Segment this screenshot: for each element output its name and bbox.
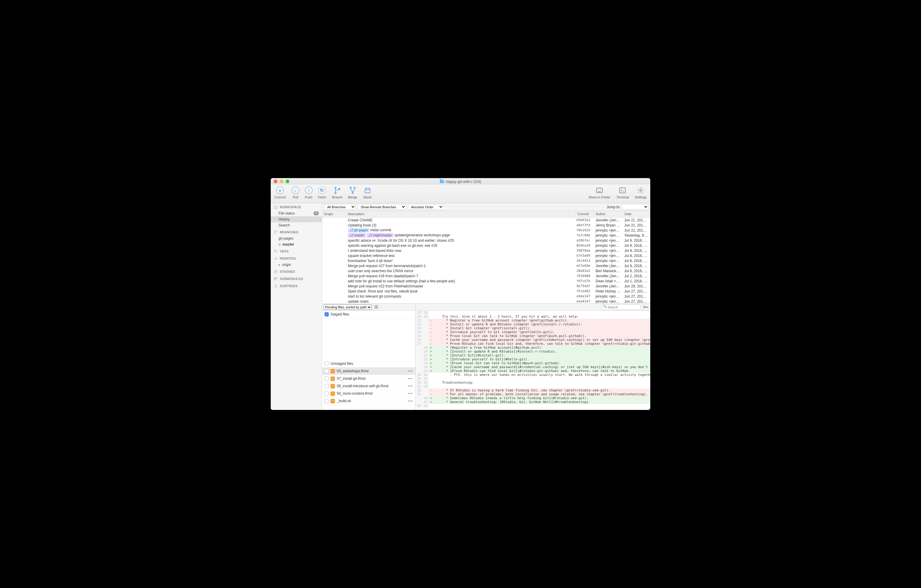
file-actions-button[interactable]: •••: [408, 369, 413, 374]
file-name: 50_more-content.Rmd: [337, 391, 373, 396]
diff-line: 20+ * [Install or update R and RStudio](…: [416, 349, 650, 354]
commit-row[interactable]: Merge pull request #22 from PeteHaitch/m…: [322, 284, 650, 289]
commit-row[interactable]: Spell check .Rmd and .md files, rebuilt …: [322, 289, 650, 294]
commit-row[interactable]: square bracket reference testb7e3a09jenn…: [322, 253, 650, 258]
terminal-button[interactable]: Terminal: [617, 187, 629, 199]
branch-badge: ⎇ gh-pages: [348, 228, 369, 232]
push-button[interactable]: ↑Push: [305, 187, 312, 199]
commit-row[interactable]: add note for git install to use default …: [322, 278, 650, 284]
sidebar-history[interactable]: History: [271, 216, 322, 222]
commit-header-row: Graph Description Commit Author Date: [322, 211, 650, 218]
file-checkbox[interactable]: [325, 369, 329, 373]
commit-row[interactable]: start to list relevant git commandse9de1…: [322, 294, 650, 299]
stash-button[interactable]: Stash: [363, 187, 371, 199]
commit-row[interactable]: Create CNAME03b01b2Jennifer (Jenny) B…Ju…: [322, 218, 650, 223]
branch-filter[interactable]: All Branches: [324, 204, 356, 210]
commit-row[interactable]: ⎇ master⎇ origin/masterupdate/generalize…: [322, 233, 650, 238]
lower-pane: Pending files, sorted by path ✓ Staged f…: [322, 304, 650, 410]
commit-list: Graph Description Commit Author Date Cre…: [322, 211, 650, 304]
svg-rect-17: [274, 278, 276, 279]
commit-row[interactable]: specific advice re: Xcode clt for OS X 1…: [322, 238, 650, 243]
branch-gh-pages[interactable]: gh-pages: [271, 236, 322, 241]
commit-row[interactable]: foreshadow 'burn it all down'34c4413jenn…: [322, 258, 650, 263]
svg-point-1: [335, 192, 336, 193]
zoom-icon[interactable]: [286, 180, 289, 183]
diff-settings-button[interactable]: ✻▾: [643, 304, 648, 310]
jump-select[interactable]: [622, 204, 648, 210]
diff-line: 25+ * [Prove RStudio can find local Git]…: [416, 369, 650, 373]
file-status-icon: ⋯: [330, 391, 335, 396]
svg-rect-18: [276, 278, 278, 279]
diff-line: 24- * Introduce yourself to Git (chapter…: [416, 330, 650, 334]
file-row[interactable]: ⋯_build.sh•••: [322, 397, 415, 405]
file-name: 03_workshops.Rmd: [337, 369, 368, 373]
diff-line: 31+ * General troubleshooting: [RStudio,…: [416, 400, 650, 404]
diff-line: 21- * Register a free GitHub account (ch…: [416, 318, 650, 322]
staged-files-header[interactable]: ✓ Staged files: [322, 311, 415, 318]
svg-rect-8: [620, 188, 626, 193]
diff-line: 1516: [416, 311, 650, 315]
file-actions-button[interactable]: •••: [408, 399, 413, 403]
diff-line: 2927: [416, 377, 650, 381]
close-icon[interactable]: [274, 180, 277, 183]
traffic-lights: [274, 180, 289, 183]
sidebar-search[interactable]: Search: [271, 222, 322, 228]
diff-line: 32- * If RStudio is having a hard time f…: [416, 388, 650, 392]
sidebar-file-status[interactable]: File status 5: [271, 210, 322, 216]
toolbar: + Commit ↓Pull ↑Push ↻Fetch Branch Merge: [271, 185, 650, 203]
svg-point-21: [274, 286, 275, 287]
minimize-icon[interactable]: [280, 180, 283, 183]
branch-master[interactable]: master: [271, 241, 322, 247]
commit-button[interactable]: + Commit: [274, 187, 286, 199]
commit-row[interactable]: Merge pull request #27 from benmarwick/p…: [322, 263, 650, 268]
jump-label: Jump to:: [607, 205, 620, 209]
diff-search-input[interactable]: [602, 304, 641, 310]
staged-checkbox[interactable]: ✓: [325, 312, 329, 317]
remote-filter[interactable]: Show Remote Branches: [357, 204, 406, 210]
diff-line: 19+ * [Register a free GitHub account](#…: [416, 346, 650, 349]
diff-line: 30+ * Sometimes RStudio [needs a little …: [416, 396, 650, 400]
file-row[interactable]: ⋯03_workshops.Rmd•••: [322, 367, 415, 375]
commit-row[interactable]: Updating book (3)a8af3fdJenny Bryan (Tra…: [322, 223, 650, 228]
file-actions-button[interactable]: •••: [408, 383, 413, 388]
section-workspace: WORKSPACE: [271, 203, 322, 210]
file-row[interactable]: ⋯07_install-git.Rmd•••: [322, 375, 415, 382]
pull-button[interactable]: ↓Pull: [292, 187, 299, 199]
commit-row[interactable]: Merge pull request #26 from daattali/pat…: [322, 273, 650, 278]
file-checkbox[interactable]: [325, 377, 329, 381]
fetch-button[interactable]: ↻Fetch: [318, 187, 326, 199]
commit-row[interactable]: user:cran only searches the CRAN mirror2…: [322, 268, 650, 273]
file-view-toggle[interactable]: [373, 304, 379, 310]
merge-button[interactable]: Merge: [348, 187, 357, 199]
commit-row[interactable]: ⎇ gh-pagesInitial commitf0e102djennybc <…: [322, 228, 650, 233]
svg-point-12: [274, 231, 275, 231]
order-filter[interactable]: Ancestor Order: [408, 204, 443, 210]
remote-origin[interactable]: ▸origin: [271, 262, 322, 268]
unstaged-files-header[interactable]: Unstaged files: [322, 360, 415, 367]
diff-line: 3432: [416, 404, 650, 408]
commit-row[interactable]: update noteseea4147jennybc <jenny@s…Jun …: [322, 299, 650, 303]
file-sort-select[interactable]: Pending files, sorted by path: [324, 304, 372, 310]
commit-row[interactable]: specific warning against git-bash.exe vs…: [322, 243, 650, 248]
file-checkbox[interactable]: [325, 399, 329, 403]
file-name: _build.sh: [337, 399, 351, 403]
file-actions-button[interactable]: •••: [408, 391, 413, 396]
file-checkbox[interactable]: [325, 384, 329, 388]
file-checkbox[interactable]: [325, 391, 329, 396]
section-stashes: STASHES: [271, 268, 322, 275]
file-row[interactable]: ⋯50_more-content.Rmd•••: [322, 390, 415, 397]
svg-point-9: [640, 189, 642, 192]
branch-button[interactable]: Branch: [332, 187, 342, 199]
file-actions-button[interactable]: •••: [408, 376, 413, 381]
settings-button[interactable]: Settings: [635, 187, 647, 199]
folder-icon: [440, 180, 444, 183]
diff-line: 21+ * [Install Git](#install-git).: [416, 354, 650, 357]
svg-point-15: [275, 250, 275, 251]
diff-line: 25- * Prove local Git can talk to GitHub…: [416, 334, 650, 338]
show-in-finder-button[interactable]: Show in Finder: [588, 187, 610, 199]
commit-row[interactable]: I understand text-based links now398f8ae…: [322, 248, 650, 253]
file-row[interactable]: ⋯08_install-introduce-self-git.Rmd•••: [322, 382, 415, 390]
unstaged-checkbox[interactable]: [325, 362, 329, 366]
file-status-icon: ⋯: [330, 384, 335, 388]
section-tags: TAGS: [271, 247, 322, 255]
